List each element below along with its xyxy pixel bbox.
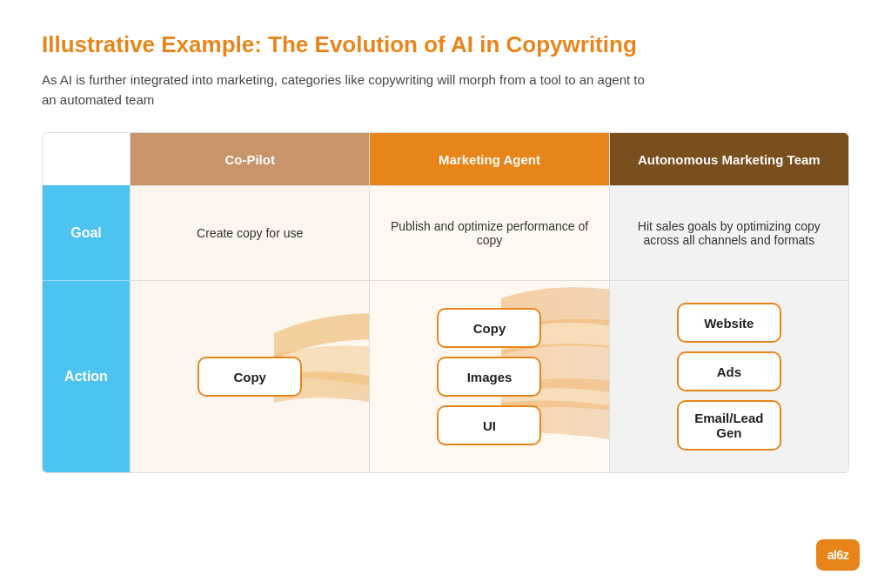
label-header-spacer — [43, 133, 130, 185]
action-label: Action — [43, 281, 130, 472]
agent-cards: Copy Images UI — [382, 308, 596, 445]
slide: Illustrative Example: The Evolution of A… — [0, 0, 891, 588]
agent-header: Marketing Agent — [370, 133, 608, 185]
copilot-card-copy: Copy — [198, 357, 302, 397]
label-column: Goal Action — [43, 133, 130, 472]
autonomous-card-email: Email/Lead Gen — [677, 400, 781, 451]
agent-card-copy: Copy — [437, 308, 541, 348]
agent-action: Copy Images UI — [370, 281, 608, 472]
logo-text: al6z — [827, 548, 848, 562]
copilot-column: Co-Pilot Create copy for use — [130, 133, 369, 472]
copilot-goal: Create copy for use — [131, 185, 369, 281]
logo: al6z — [816, 539, 860, 571]
agent-column: Marketing Agent Publish and optimize per… — [369, 133, 608, 472]
autonomous-action: Website Ads Email/Lead Gen — [610, 281, 848, 472]
autonomous-header: Autonomous Marketing Team — [610, 133, 848, 185]
copilot-action: Copy — [131, 281, 369, 472]
slide-title: Illustrative Example: The Evolution of A… — [42, 31, 849, 58]
agent-card-ui: UI — [437, 405, 541, 445]
goal-label: Goal — [43, 185, 130, 281]
data-columns: Co-Pilot Create copy for use — [130, 133, 848, 472]
autonomous-card-ads: Ads — [677, 351, 781, 391]
slide-subtitle: As AI is further integrated into marketi… — [42, 70, 651, 110]
agent-goal: Publish and optimize performance of copy — [370, 185, 608, 281]
main-table: Goal Action Co-Pilot Create copy for use — [42, 132, 849, 473]
copilot-header: Co-Pilot — [131, 133, 369, 185]
agent-card-images: Images — [437, 357, 541, 397]
autonomous-card-website: Website — [677, 303, 781, 343]
autonomous-goal: Hit sales goals by optimizing copy acros… — [610, 185, 848, 281]
autonomous-cards: Website Ads Email/Lead Gen — [622, 303, 836, 451]
autonomous-column: Autonomous Marketing Team Hit sales goal… — [609, 133, 848, 472]
